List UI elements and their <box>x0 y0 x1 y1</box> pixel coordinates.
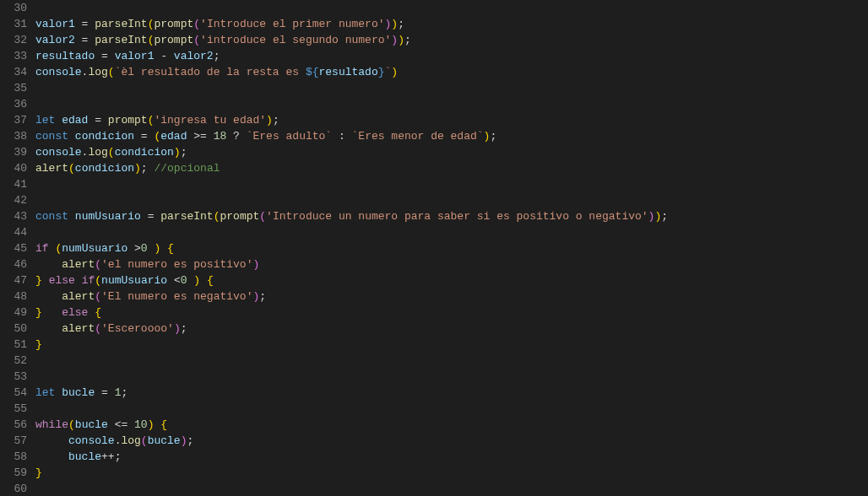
code-token: ; <box>141 162 155 175</box>
code-line[interactable]: resultado = valor1 - valor2; <box>35 48 868 64</box>
code-token: alert <box>62 322 95 335</box>
code-line[interactable] <box>35 0 868 16</box>
code-line[interactable] <box>35 481 868 496</box>
code-token: ) <box>266 114 273 127</box>
line-number: 50 <box>0 321 27 337</box>
code-line[interactable] <box>35 369 868 385</box>
code-token: bucle <box>68 450 101 463</box>
code-token: alert <box>35 162 68 175</box>
code-token: ) <box>391 18 398 30</box>
code-token: resultado <box>319 66 378 78</box>
code-token: = <box>141 210 160 223</box>
code-line[interactable]: valor2 = parseInt(prompt('introduce el s… <box>35 32 868 48</box>
code-token: : <box>332 130 351 143</box>
code-token: bucle <box>148 434 181 447</box>
code-token <box>42 306 62 319</box>
code-token: prompt <box>154 18 193 30</box>
code-token: } <box>35 466 42 479</box>
line-number: 58 <box>0 449 27 465</box>
code-line[interactable]: console.log(`èl resultado de la resta es… <box>35 64 868 80</box>
code-line[interactable] <box>35 353 868 369</box>
code-token: valor2 <box>35 34 75 46</box>
code-token: edad <box>160 130 187 143</box>
line-number-gutter: 3031323334353637383940414243444546474849… <box>0 0 35 496</box>
code-line[interactable] <box>35 401 868 417</box>
line-number: 46 <box>0 256 27 272</box>
line-number: 53 <box>0 369 27 385</box>
code-token: 'Introduce el primer numero' <box>200 18 384 30</box>
code-line[interactable]: } else { <box>35 305 868 321</box>
code-line[interactable]: bucle++; <box>35 449 868 465</box>
code-token: ; <box>398 18 404 30</box>
code-token: prompt <box>154 34 193 46</box>
line-number: 41 <box>0 176 27 192</box>
code-token: 0 <box>181 274 187 287</box>
code-token: ( <box>193 18 200 30</box>
code-line[interactable]: const numUsuario = parseInt(prompt('Intr… <box>35 208 868 224</box>
code-token: { <box>160 418 167 431</box>
code-line[interactable]: } else if(numUsuario <0 ) { <box>35 272 868 288</box>
code-line[interactable]: let bucle = 1; <box>35 385 868 401</box>
code-token: ( <box>95 322 101 335</box>
code-line[interactable] <box>35 224 868 240</box>
code-token: else <box>62 306 88 319</box>
code-token: parseInt <box>95 18 147 30</box>
code-editor-content[interactable]: valor1 = parseInt(prompt('Introduce el p… <box>35 0 868 496</box>
code-token: alert <box>62 290 95 303</box>
code-token: 'El numero es negativo' <box>101 290 252 303</box>
code-line[interactable]: valor1 = parseInt(prompt('Introduce el p… <box>35 16 868 32</box>
code-line[interactable]: if (numUsuario >0 ) { <box>35 240 868 256</box>
code-token: ) <box>252 258 259 271</box>
code-line[interactable]: console.log(bucle); <box>35 433 868 449</box>
code-line[interactable]: console.log(condicion); <box>35 144 868 160</box>
code-token: = <box>75 18 95 30</box>
line-number: 31 <box>0 16 27 32</box>
code-token <box>200 274 207 287</box>
code-line[interactable]: } <box>35 337 868 353</box>
line-number: 55 <box>0 401 27 417</box>
code-token <box>35 322 62 335</box>
code-line[interactable]: const condicion = (edad >= 18 ? `Eres ad… <box>35 128 868 144</box>
code-line[interactable]: let edad = prompt('ingresa tu edad'); <box>35 112 868 128</box>
code-token: else <box>49 274 75 287</box>
code-token <box>68 130 75 143</box>
code-token: { <box>95 306 101 319</box>
code-line[interactable]: } <box>35 465 868 481</box>
code-token: ) <box>398 34 404 46</box>
code-token: ( <box>68 418 75 431</box>
code-token: bucle <box>62 386 95 399</box>
code-token: 18 <box>214 130 227 143</box>
code-token: 'ingresa tu edad' <box>154 114 266 127</box>
code-token: ( <box>259 210 266 223</box>
code-token: ( <box>68 162 75 175</box>
line-number: 52 <box>0 353 27 369</box>
line-number: 44 <box>0 224 27 240</box>
line-number: 38 <box>0 128 27 144</box>
code-line[interactable]: alert('Esceroooo'); <box>35 321 868 337</box>
code-line[interactable] <box>35 176 868 192</box>
code-line[interactable] <box>35 80 868 96</box>
code-token: 10 <box>134 418 148 431</box>
code-token: ; <box>121 386 127 399</box>
code-line[interactable]: alert(condicion); //opcional <box>35 160 868 176</box>
code-line[interactable]: alert('El numero es negativo'); <box>35 288 868 305</box>
code-line[interactable]: while(bucle <= 10) { <box>35 417 868 433</box>
code-line[interactable] <box>35 192 868 208</box>
code-line[interactable]: alert('el numero es positivo') <box>35 256 868 272</box>
code-token: let <box>35 114 55 127</box>
code-token: alert <box>62 258 95 271</box>
code-token: ( <box>95 274 101 287</box>
line-number: 39 <box>0 144 27 160</box>
code-token: } <box>35 338 42 351</box>
code-token: > <box>127 242 141 255</box>
code-token <box>35 258 62 271</box>
line-number: 56 <box>0 417 27 433</box>
code-token: valor1 <box>115 50 155 62</box>
code-token: >= <box>187 130 213 143</box>
code-token: ; <box>259 290 266 303</box>
line-number: 57 <box>0 433 27 449</box>
code-line[interactable] <box>35 96 868 112</box>
code-token: ; <box>273 114 279 127</box>
code-token: ++; <box>101 450 121 463</box>
code-token: = <box>95 386 114 399</box>
